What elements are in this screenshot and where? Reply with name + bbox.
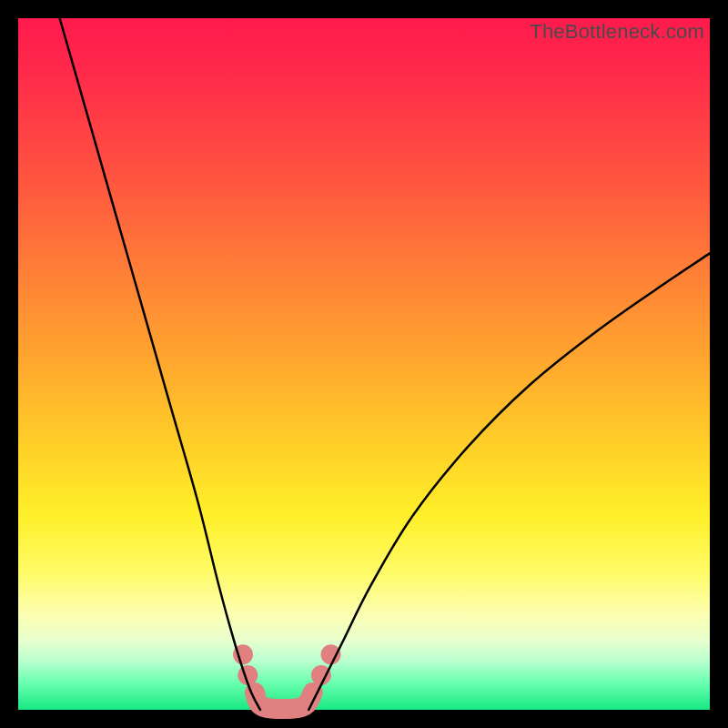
curve-layer [60,18,710,710]
right-curve [308,253,710,710]
watermark-text: TheBottleneck.com [530,20,704,44]
chart-plot [18,18,710,710]
left-curve [60,18,260,710]
right-blob-lower [311,665,331,685]
chart-frame: TheBottleneck.com [18,18,710,710]
right-blob-upper [321,644,341,664]
valley-sausage [255,693,313,709]
